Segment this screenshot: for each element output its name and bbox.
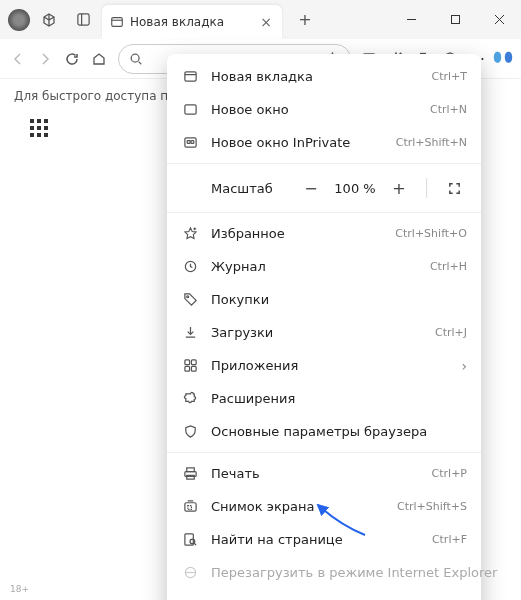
menu-shortcut: Ctrl+N — [430, 103, 467, 116]
screenshot-icon — [181, 498, 199, 516]
svg-point-40 — [190, 539, 195, 544]
titlebar-left: Новая вкладка × + — [0, 0, 320, 39]
new-tab-icon — [181, 68, 199, 86]
svg-rect-30 — [184, 360, 189, 365]
svg-rect-20 — [184, 72, 195, 81]
tab-close-icon[interactable]: × — [258, 14, 274, 30]
copilot-icon[interactable] — [492, 44, 515, 74]
menu-separator — [167, 212, 481, 213]
menu-ie-mode: Перезагрузить в режиме Internet Explorer — [167, 556, 481, 589]
menu-find[interactable]: Найти на странице Ctrl+F — [167, 523, 481, 556]
window-controls — [389, 4, 521, 36]
shield-heart-icon — [181, 423, 199, 441]
menu-label: Основные параметры браузера — [211, 424, 467, 439]
svg-rect-32 — [184, 366, 189, 371]
menu-separator — [167, 163, 481, 164]
menu-separator — [167, 452, 481, 453]
menu-shortcut: Ctrl+H — [430, 260, 467, 273]
refresh-button[interactable] — [60, 43, 85, 75]
svg-rect-5 — [451, 16, 459, 24]
menu-label: Загрузки — [211, 325, 423, 340]
menu-shortcut: Ctrl+P — [432, 467, 467, 480]
menu-shortcut: Ctrl+J — [435, 326, 467, 339]
download-icon — [181, 324, 199, 342]
svg-point-8 — [131, 54, 139, 62]
menu-label: Расширения — [211, 391, 467, 406]
star-icon — [181, 225, 199, 243]
age-rating: 18+ — [10, 584, 29, 594]
menu-more-tools[interactable]: Другие инструменты › — [167, 589, 481, 600]
menu-shortcut: Ctrl+Shift+O — [395, 227, 467, 240]
titlebar: Новая вкладка × + — [0, 0, 521, 39]
zoom-out-button[interactable]: − — [298, 175, 324, 201]
divider — [426, 178, 427, 198]
menu-shortcut: Ctrl+Shift+N — [396, 136, 467, 149]
menu-new-tab[interactable]: Новая вкладка Ctrl+T — [167, 60, 481, 93]
svg-rect-33 — [191, 366, 196, 371]
profile-avatar[interactable] — [8, 9, 30, 31]
zoom-label: Масштаб — [181, 181, 288, 196]
ie-icon — [181, 564, 199, 582]
svg-rect-25 — [190, 141, 193, 144]
svg-rect-2 — [112, 18, 123, 27]
search-icon — [129, 52, 143, 66]
menu-essentials[interactable]: Основные параметры браузера — [167, 415, 481, 448]
menu-new-window[interactable]: Новое окно Ctrl+N — [167, 93, 481, 126]
new-tab-button[interactable]: + — [290, 5, 320, 35]
app-menu: Новая вкладка Ctrl+T Новое окно Ctrl+N Н… — [167, 54, 481, 600]
tag-icon — [181, 291, 199, 309]
minimize-button[interactable] — [389, 4, 433, 36]
menu-shopping[interactable]: Покупки — [167, 283, 481, 316]
svg-rect-22 — [184, 105, 195, 114]
svg-rect-38 — [187, 506, 191, 510]
menu-label: Приложения — [211, 358, 449, 373]
menu-label: Журнал — [211, 259, 418, 274]
menu-label: Печать — [211, 466, 420, 481]
blank-icon — [181, 597, 199, 601]
quick-access-text: Для быстрого доступа по — [14, 89, 176, 103]
tab-title: Новая вкладка — [130, 15, 252, 29]
menu-favorites[interactable]: Избранное Ctrl+Shift+O — [167, 217, 481, 250]
svg-rect-0 — [77, 14, 88, 25]
menu-history[interactable]: Журнал Ctrl+H — [167, 250, 481, 283]
svg-rect-31 — [191, 360, 196, 365]
menu-extensions[interactable]: Расширения — [167, 382, 481, 415]
svg-point-29 — [186, 296, 188, 298]
menu-zoom: Масштаб − 100 % + — [167, 168, 481, 208]
menu-screenshot[interactable]: Снимок экрана Ctrl+Shift+S — [167, 490, 481, 523]
forward-button[interactable] — [33, 43, 58, 75]
active-tab[interactable]: Новая вкладка × — [102, 5, 282, 39]
menu-new-inprivate[interactable]: Новое окно InPrivate Ctrl+Shift+N — [167, 126, 481, 159]
menu-label: Новое окно InPrivate — [211, 135, 384, 150]
menu-label: Избранное — [211, 226, 383, 241]
puzzle-icon — [181, 390, 199, 408]
menu-label: Снимок экрана — [211, 499, 385, 514]
menu-apps[interactable]: Приложения › — [167, 349, 481, 382]
back-button[interactable] — [6, 43, 31, 75]
menu-label: Покупки — [211, 292, 467, 307]
vertical-tabs-icon[interactable] — [68, 5, 98, 35]
menu-shortcut: Ctrl+F — [432, 533, 467, 546]
svg-line-9 — [138, 61, 141, 64]
menu-downloads[interactable]: Загрузки Ctrl+J — [167, 316, 481, 349]
close-window-button[interactable] — [477, 4, 521, 36]
menu-print[interactable]: Печать Ctrl+P — [167, 457, 481, 490]
menu-label: Перезагрузить в режиме Internet Explorer — [211, 565, 497, 580]
apps-icon — [181, 357, 199, 375]
history-icon — [181, 258, 199, 276]
zoom-in-button[interactable]: + — [386, 175, 412, 201]
svg-rect-36 — [186, 475, 194, 479]
find-icon — [181, 531, 199, 549]
fullscreen-button[interactable] — [441, 175, 467, 201]
chevron-right-icon: › — [461, 358, 467, 374]
apps-launcher-icon[interactable] — [30, 119, 48, 137]
menu-label: Найти на странице — [211, 532, 420, 547]
printer-icon — [181, 465, 199, 483]
workspaces-icon[interactable] — [34, 5, 64, 35]
menu-shortcut: Ctrl+T — [431, 70, 467, 83]
menu-label: Новое окно — [211, 102, 418, 117]
home-button[interactable] — [87, 43, 112, 75]
maximize-button[interactable] — [433, 4, 477, 36]
zoom-value: 100 % — [334, 181, 376, 196]
new-window-icon — [181, 101, 199, 119]
